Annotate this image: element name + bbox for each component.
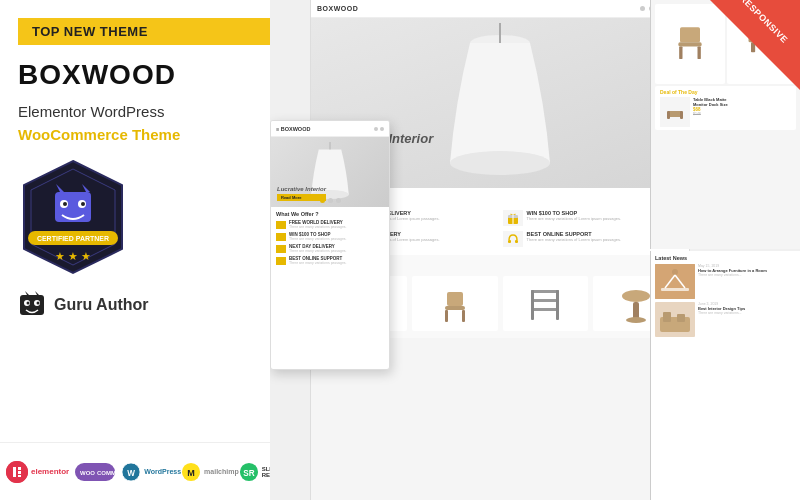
svg-rect-66	[680, 27, 700, 42]
svg-rect-69	[697, 47, 700, 60]
side-product1	[670, 19, 710, 69]
svg-rect-54	[445, 310, 448, 322]
svg-rect-21	[18, 467, 21, 470]
svg-rect-22	[18, 471, 21, 474]
left-panel: TOP NEW THEME BOXWOOD Elementor WordPres…	[0, 0, 270, 500]
wordpress-logo: W WordPress	[121, 462, 181, 482]
svg-rect-47	[508, 240, 511, 243]
svg-rect-57	[531, 299, 559, 302]
guru-author-row: Guru Author	[18, 291, 270, 319]
svg-point-78	[672, 269, 678, 275]
svg-text:W: W	[127, 468, 135, 477]
svg-rect-53	[445, 306, 465, 310]
svg-point-61	[622, 290, 650, 302]
svg-text:COMM: COMM	[97, 470, 116, 476]
headset-icon	[507, 233, 519, 245]
theme-subtitle-line1: Elementor WordPress	[18, 101, 270, 124]
svg-rect-75	[667, 111, 670, 119]
svg-text:SR: SR	[243, 468, 254, 477]
partner-logos: elementor WOO COMM W WordPress M	[0, 442, 270, 500]
svg-rect-2	[55, 192, 91, 222]
svg-rect-84	[663, 312, 671, 322]
svg-point-16	[37, 301, 40, 304]
svg-rect-74	[668, 111, 682, 117]
svg-rect-20	[13, 467, 16, 477]
svg-rect-60	[556, 290, 559, 320]
news-img1	[655, 264, 695, 299]
svg-rect-67	[678, 42, 701, 46]
product-rack-icon	[525, 284, 565, 324]
svg-rect-55	[462, 310, 465, 322]
svg-text:★ ★ ★: ★ ★ ★	[55, 250, 91, 262]
svg-rect-19	[6, 461, 28, 483]
guru-author-text: Guru Author	[54, 296, 149, 314]
ss-brand: BOXWOOD	[317, 5, 358, 12]
svg-point-6	[81, 202, 85, 206]
product-chair-icon	[435, 284, 475, 324]
tm-badge-area: CERTIFIED PARTNER ★ ★ ★	[18, 157, 270, 283]
side-screenshots: Deal of The Day Table Black MatteMonitor…	[650, 0, 800, 500]
svg-point-63	[626, 317, 646, 323]
svg-point-15	[27, 301, 30, 304]
svg-rect-48	[515, 240, 518, 243]
svg-rect-59	[531, 290, 534, 320]
svg-point-5	[63, 202, 67, 206]
svg-rect-58	[531, 308, 559, 311]
gift-icon	[507, 212, 519, 224]
mailchimp-logo: M mailchimp	[181, 462, 239, 482]
top-new-theme-badge: TOP NEW THEME	[18, 18, 270, 45]
lamp-svg	[445, 23, 555, 183]
svg-rect-81	[661, 288, 689, 291]
svg-rect-52	[447, 292, 463, 306]
svg-text:WOO: WOO	[80, 470, 95, 476]
hexagon-wrapper: CERTIFIED PARTNER ★ ★ ★	[18, 157, 128, 277]
svg-rect-68	[679, 47, 682, 60]
right-panel: RESPONSIVE BOXWOOD	[270, 0, 800, 500]
svg-rect-76	[680, 111, 683, 119]
hexagon-shape: CERTIFIED PARTNER ★ ★ ★	[18, 157, 128, 277]
theme-subtitle-line2: WooCommerce Theme	[18, 126, 270, 143]
svg-point-35	[450, 151, 550, 175]
guru-icon	[18, 291, 46, 319]
woocommerce-logo: WOO COMM	[69, 463, 121, 481]
elementor-logo: elementor	[6, 461, 69, 483]
svg-rect-85	[677, 314, 685, 322]
svg-marker-17	[25, 291, 29, 295]
svg-marker-18	[35, 291, 39, 295]
svg-text:CERTIFIED PARTNER: CERTIFIED PARTNER	[37, 235, 109, 242]
svg-text:M: M	[187, 467, 195, 477]
mini-screenshot: ≡ BOXWOOD Lucrative Interior Read More	[270, 120, 390, 370]
deal-product-icon	[664, 101, 686, 123]
svg-rect-23	[18, 475, 21, 477]
theme-title: BOXWOOD	[18, 59, 270, 91]
news-img2	[655, 302, 695, 337]
svg-rect-56	[531, 290, 559, 293]
